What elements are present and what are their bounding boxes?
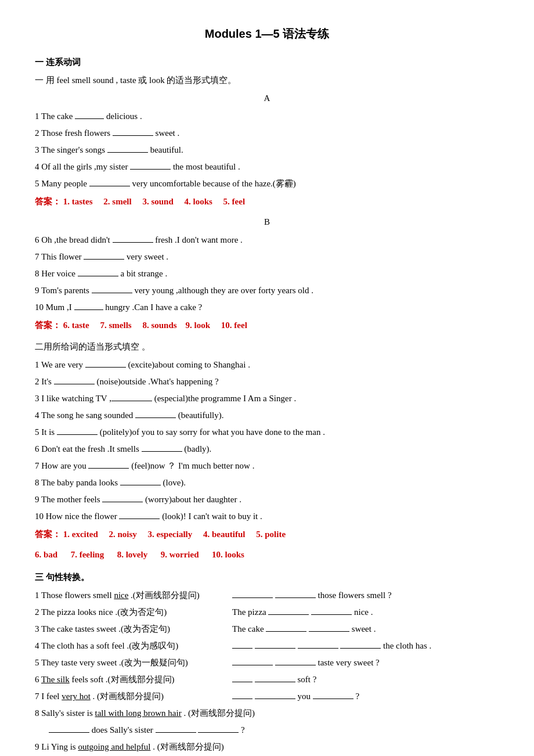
q2-2: 2 It's (noise)outside .What's happening … <box>35 374 499 390</box>
s3-q5: 5 They taste very sweet .(改为一般疑问句) taste… <box>35 655 499 671</box>
question-4: 4 Of all the girls ,my sister the most b… <box>35 159 499 175</box>
part-b-label: B <box>35 214 499 230</box>
answer-a: 答案： 1. tastes 2. smell 3. sound 4. looks… <box>35 194 499 210</box>
q2-1: 1 We are very (excite)about coming to Sh… <box>35 357 499 373</box>
question-6: 6 Oh ,the bread didn't fresh .I don't wa… <box>35 232 499 248</box>
section2-instruction: 二用所给词的适当形式填空 。 <box>35 339 499 355</box>
answer2-1: 答案： 1. excited 2. noisy 3. especially 4.… <box>35 527 499 542</box>
q2-8: 8 The baby panda looks (love). <box>35 475 499 491</box>
q2-9: 9 The mother feels (worry)about her daug… <box>35 492 499 507</box>
section1: 一 连系动词 一 用 feel smell sound , taste 或 lo… <box>35 55 499 333</box>
section1-title: 一 连系动词 <box>35 55 499 70</box>
section2: 二用所给词的适当形式填空 。 1 We are very (excite)abo… <box>35 339 499 563</box>
page-title: Modules 1—5 语法专练 <box>35 23 499 44</box>
q2-5: 5 It is (politely)of you to say sorry fo… <box>35 424 499 440</box>
answer-b: 答案： 6. taste 7. smells 8. sounds 9. look… <box>35 318 499 333</box>
question-7: 7 This flower very sweet . <box>35 249 499 265</box>
part-a-label: A <box>35 91 499 106</box>
s3-q9: 9 Li Ying is outgoing and helpful . (对画线… <box>35 739 499 755</box>
q2-7: 7 How are you (feel)now ？ I'm much bette… <box>35 458 499 474</box>
question-5: 5 Many people very uncomfortable because… <box>35 176 499 192</box>
s3-q8-answer: does Sally's sister ? <box>49 722 499 738</box>
question-10: 10 Mum ,I hungry .Can I have a cake ? <box>35 300 499 315</box>
section1-instruction: 一 用 feel smell sound , taste 或 look 的适当形… <box>35 73 499 88</box>
s3-q1: 1 Those flowers smell nice .(对画线部分提问) th… <box>35 588 499 603</box>
q2-4: 4 The song he sang sounded (beautifully)… <box>35 408 499 423</box>
question-9: 9 Tom's parents very young ,although the… <box>35 283 499 298</box>
question-1: 1 The cake delicious . <box>35 109 499 124</box>
s3-q8: 8 Sally's sister is tall with long brown… <box>35 705 499 721</box>
s3-q7: 7 I feel very hot . (对画线部分提问) you ? <box>35 689 499 704</box>
q2-3: 3 I like watching TV , (especial)the pro… <box>35 391 499 406</box>
question-3: 3 The singer's songs beautiful. <box>35 142 499 158</box>
section3: 三 句性转换。 1 Those flowers smell nice .(对画线… <box>35 570 499 755</box>
q2-6: 6 Don't eat the fresh .It smells (badly)… <box>35 441 499 457</box>
s3-q4: 4 The cloth has a soft feel .(改为感叹句) the… <box>35 638 499 654</box>
answer2-2: 6. bad 7. feeling 8. lovely 9. worried 1… <box>35 547 499 563</box>
s3-q2: 2 The pizza looks nice .(改为否定句) The pizz… <box>35 604 499 620</box>
s3-q3: 3 The cake tastes sweet .(改为否定句) The cak… <box>35 621 499 637</box>
question-8: 8 Her voice a bit strange . <box>35 266 499 282</box>
s3-q6: 6 The silk feels soft .(对画线部分提问) soft ? <box>35 672 499 687</box>
question-2: 2 Those fresh flowers sweet . <box>35 125 499 141</box>
q2-10: 10 How nice the flower (look)! I can't w… <box>35 509 499 524</box>
section3-title: 三 句性转换。 <box>35 570 499 585</box>
